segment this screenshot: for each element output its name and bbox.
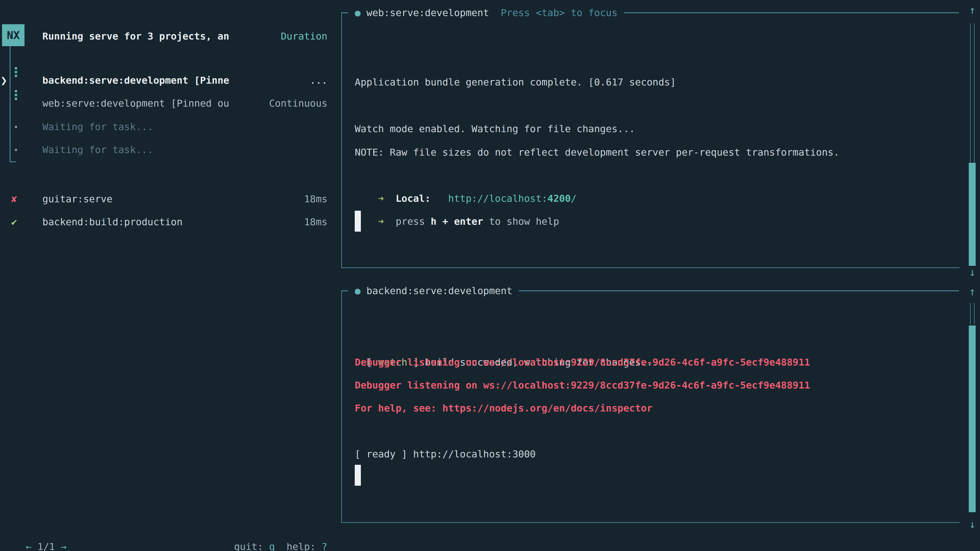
panel-bullet-icon: ● (355, 285, 361, 297)
page-prev-arrow[interactable]: ← (26, 541, 32, 551)
sidebar-title: Running serve for 3 projects, an (42, 25, 229, 48)
local-url-slash[interactable]: / (571, 193, 577, 204)
help-keys: h + enter (431, 216, 483, 227)
task-duration: ... (310, 69, 328, 92)
focus-hint: Press <tab> to focus (501, 7, 617, 18)
log-line-ready: [ ready ] http://localhost:3000 (355, 443, 536, 465)
panel-bullet-icon: ● (355, 7, 361, 18)
log-line-bundle-complete: Application bundle generation complete. … (355, 71, 676, 94)
scrollbar-thumb[interactable] (969, 326, 976, 512)
help-pre-text: press (396, 216, 431, 227)
task-label: backend:build:production (42, 210, 183, 233)
running-indicator-icon (15, 67, 17, 69)
quit-key: q (269, 541, 275, 551)
log-line-watch-succeeded: [ watch ] build succeeded, watching for … (355, 328, 659, 351)
waiting-bullet-icon (15, 149, 17, 151)
running-indicator-icon (15, 71, 17, 73)
page-indicator: 1/1 (32, 541, 61, 551)
prompt-arrow-icon: ➜ (366, 216, 396, 227)
task-duration: 18ms (304, 187, 328, 210)
panel-header-web-serve[interactable]: ● web:serve:development Press <tab> to f… (355, 1, 959, 24)
panel-header-backend-serve[interactable]: ● backend:serve:development (355, 279, 959, 302)
running-indicator-icon (15, 98, 17, 100)
scrollbar-track[interactable] (970, 303, 975, 324)
scrollbar-thumb[interactable] (969, 163, 976, 266)
help-post-text: to show help (483, 216, 559, 227)
nx-logo: NX (2, 24, 24, 46)
task-label: web:serve:development [Pinned ou (42, 92, 229, 115)
panel-border-stub (341, 290, 348, 291)
page-next-arrow[interactable]: → (61, 541, 67, 551)
log-line-debugger-2: Debugger listening on ws://localhost:922… (355, 374, 810, 397)
panel-title: web:serve:development (366, 7, 489, 18)
task-label: backend:serve:development [Pinne (42, 69, 229, 92)
task-tree-connector-line (10, 46, 16, 162)
scroll-up-icon[interactable]: ↑ (963, 280, 980, 303)
log-line-note: NOTE: Raw file sizes do not reflect deve… (355, 141, 839, 164)
running-indicator-icon (15, 94, 17, 96)
log-line-local-url: ➜ Local: http://localhost:4200/ (355, 164, 576, 187)
terminal-cursor (355, 211, 361, 232)
log-line-debugger-1: Debugger listening on ws://localhost:922… (355, 351, 810, 374)
panel-header-line (519, 290, 959, 291)
duration-column-header: Duration (281, 25, 328, 48)
hotkey-bar: quit: q help: ? (222, 512, 328, 535)
help-label: help: (275, 541, 321, 551)
quit-label: quit: (234, 541, 269, 551)
scroll-down-icon[interactable]: ↓ (963, 513, 980, 536)
help-key: ? (321, 541, 328, 551)
task-duration: 18ms (304, 210, 328, 233)
selected-chevron-icon: ❯ (0, 69, 7, 92)
scroll-up-icon[interactable]: ↑ (963, 0, 980, 22)
log-line-watch-mode: Watch mode enabled. Watching for file ch… (355, 118, 635, 140)
nx-tui-terminal: { "colors": { "background": "#16242e", "… (0, 0, 980, 551)
scrollbar-track[interactable] (970, 24, 975, 162)
waiting-bullet-icon (15, 126, 17, 128)
terminal-cursor (355, 465, 361, 486)
task-label: guitar:serve (42, 187, 113, 210)
pagination: ← 1/1 → (14, 512, 67, 535)
panel-border-stub (341, 12, 348, 13)
task-label: Waiting for task... (42, 115, 153, 138)
panel-title: backend:serve:development (366, 285, 512, 297)
panel-header-line (624, 12, 959, 13)
running-indicator-icon (15, 75, 17, 77)
log-line-show-help: ➜ press h + enter to show help (355, 187, 559, 210)
failed-cross-icon: ✘ (11, 187, 17, 210)
task-duration: Continuous (269, 92, 328, 115)
running-indicator-icon (15, 90, 17, 92)
task-label: Waiting for task... (42, 138, 153, 161)
log-line-inspector-help: For help, see: https://nodejs.org/en/doc… (355, 397, 652, 420)
success-check-icon: ✔ (11, 210, 17, 233)
